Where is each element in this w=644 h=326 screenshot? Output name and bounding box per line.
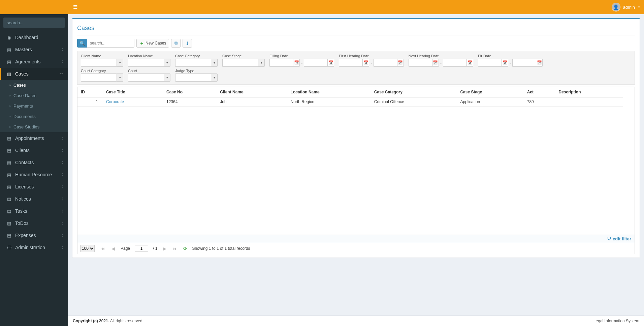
sidebar-subitem-case-dates[interactable]: ○Case Dates — [0, 90, 68, 101]
export-button[interactable]: ⤓ — [183, 39, 192, 48]
page-search-input[interactable] — [87, 39, 134, 48]
table-wrapper[interactable]: IDCase TitleCase NoClient NameLocation N… — [77, 87, 635, 235]
case-title-link[interactable]: Corporate — [103, 97, 163, 107]
pager: 100 ⏮ ◀ Page / 1 ▶ ⏭ ⟳ Showing 1 to 1 of… — [77, 243, 635, 254]
dropdown-icon[interactable]: ▾ — [117, 73, 123, 82]
filter-input[interactable] — [81, 73, 117, 82]
filter-client-name: Client Name▾ — [81, 54, 123, 67]
sidebar-subitem-payments[interactable]: ○Payments — [0, 101, 68, 111]
page-title: Cases — [77, 23, 635, 35]
sidebar-item-notices[interactable]: ▤Notices〈 — [0, 193, 68, 205]
filter-input[interactable] — [128, 73, 164, 82]
new-cases-button[interactable]: ＋ New Cases — [136, 39, 169, 48]
date-input[interactable] — [339, 59, 362, 67]
sidebar-item-label: Agreements — [15, 59, 60, 64]
column-header-act[interactable]: Act — [524, 87, 555, 97]
calendar-icon[interactable]: 📅 — [432, 59, 439, 67]
sidebar-item-label: Administration — [15, 245, 60, 250]
sidebar-search-input[interactable] — [3, 18, 65, 28]
filter-input[interactable] — [222, 59, 258, 67]
pager-next[interactable]: ▶ — [162, 246, 167, 251]
sidebar-item-agreements[interactable]: ▤Agreements〈 — [0, 56, 68, 68]
pager-page-input[interactable] — [135, 245, 148, 252]
sidebar-item-dashboard[interactable]: ◉Dashboard — [0, 31, 68, 43]
dropdown-icon[interactable]: ▾ — [211, 59, 218, 67]
calendar-icon[interactable]: 📅 — [536, 59, 543, 67]
cell: 12364 — [163, 97, 217, 107]
bullet-icon: ○ — [9, 94, 13, 97]
dropdown-icon[interactable]: ▾ — [164, 59, 170, 67]
filter-input[interactable] — [81, 59, 117, 67]
chevron-icon: 〈 — [60, 160, 63, 165]
pager-prev[interactable]: ◀ — [110, 246, 116, 251]
cases-table: IDCase TitleCase NoClient NameLocation N… — [77, 87, 623, 107]
column-header-location-name[interactable]: Location Name — [287, 87, 371, 97]
sidebar-item-label: Tasks — [15, 208, 60, 214]
user-menu[interactable]: 👤 admin ≡ — [612, 3, 644, 11]
sidebar-item-cases[interactable]: ▤Cases﹀ — [0, 68, 68, 80]
menu-icon: 🖵 — [6, 245, 12, 250]
filter-input[interactable] — [175, 59, 211, 67]
filter-case-category: Case Category▾ — [175, 54, 218, 67]
page-search-button[interactable]: 🔍 — [77, 39, 87, 48]
calendar-icon[interactable]: 📅 — [362, 59, 369, 67]
date-input[interactable] — [478, 59, 502, 67]
avatar: 👤 — [612, 3, 620, 11]
sidebar-item-masters[interactable]: ▤Masters〈 — [0, 43, 68, 56]
toggle-sidebar-button[interactable]: ☰ — [68, 4, 82, 10]
sidebar-subitem-case-studies[interactable]: ○Case Studies — [0, 122, 68, 132]
sidebar-subitem-cases[interactable]: ○Cases — [0, 80, 68, 90]
table-row[interactable]: 1Corporate12364JohNorth RegionCriminal O… — [77, 97, 623, 107]
column-header-case-category[interactable]: Case Category — [371, 87, 457, 97]
pager-last[interactable]: ⏭ — [172, 246, 179, 251]
edit-filter-link[interactable]: ⛉edit filter — [607, 236, 631, 241]
dropdown-icon[interactable]: ▾ — [117, 59, 123, 67]
filter-input[interactable] — [175, 73, 211, 82]
pager-first[interactable]: ⏮ — [99, 246, 106, 251]
date-input[interactable] — [443, 59, 466, 67]
date-input[interactable] — [269, 59, 293, 67]
sidebar-item-appointments[interactable]: ▤Appointments〈 — [0, 132, 68, 144]
calendar-icon[interactable]: 📅 — [293, 59, 300, 67]
toolbar: 🔍 ＋ New Cases ⧉ ⤓ — [77, 39, 635, 48]
dropdown-icon[interactable]: ▾ — [211, 73, 218, 82]
filter-input[interactable] — [128, 59, 164, 67]
sidebar-item-clients[interactable]: ▤Clients〈 — [0, 144, 68, 156]
sidebar-subitem-label: Cases — [13, 83, 26, 88]
sidebar-item-todos[interactable]: ▤ToDos〈 — [0, 217, 68, 229]
date-input[interactable] — [512, 59, 536, 67]
calendar-icon[interactable]: 📅 — [397, 59, 404, 67]
calendar-icon[interactable]: 📅 — [327, 59, 334, 67]
sidebar-item-tasks[interactable]: ▤Tasks〈 — [0, 205, 68, 217]
column-header-id[interactable]: ID — [77, 87, 103, 97]
column-header-case-no[interactable]: Case No — [163, 87, 217, 97]
date-input[interactable] — [374, 59, 397, 67]
column-header-client-name[interactable]: Client Name — [217, 87, 287, 97]
filter-label: Client Name — [81, 54, 123, 58]
menu-icon: ▤ — [6, 197, 12, 202]
copy-button[interactable]: ⧉ — [171, 39, 181, 48]
column-header-description[interactable]: Description — [555, 87, 623, 97]
date-input[interactable] — [304, 59, 327, 67]
column-header-case-stage[interactable]: Case Stage — [457, 87, 523, 97]
page-size-select[interactable]: 100 — [80, 245, 95, 252]
menu-icon: ▤ — [6, 233, 12, 238]
calendar-icon[interactable]: 📅 — [466, 59, 473, 67]
dropdown-icon[interactable]: ▾ — [164, 73, 170, 82]
sidebar-item-expenses[interactable]: ▤Expenses〈 — [0, 229, 68, 241]
sidebar-subitem-documents[interactable]: ○Documents — [0, 111, 68, 122]
pager-refresh[interactable]: ⟳ — [183, 246, 187, 251]
chevron-icon: 〈 — [60, 233, 63, 238]
sidebar-item-administration[interactable]: 🖵Administration〈 — [0, 241, 68, 254]
sidebar-item-licenses[interactable]: ▤Licenses〈 — [0, 181, 68, 193]
column-header-case-title[interactable]: Case Title — [103, 87, 163, 97]
date-range-sep: - — [440, 60, 442, 65]
sidebar-item-label: Clients — [15, 148, 60, 153]
date-input[interactable] — [409, 59, 432, 67]
calendar-icon[interactable]: 📅 — [502, 59, 508, 67]
cell: Joh — [217, 97, 287, 107]
footer-right: Legal Information System — [593, 319, 639, 323]
sidebar-item-contacts[interactable]: ▤Contacts〈 — [0, 156, 68, 169]
sidebar-item-human-resource[interactable]: ▤Human Resource〈 — [0, 169, 68, 181]
dropdown-icon[interactable]: ▾ — [258, 59, 265, 67]
